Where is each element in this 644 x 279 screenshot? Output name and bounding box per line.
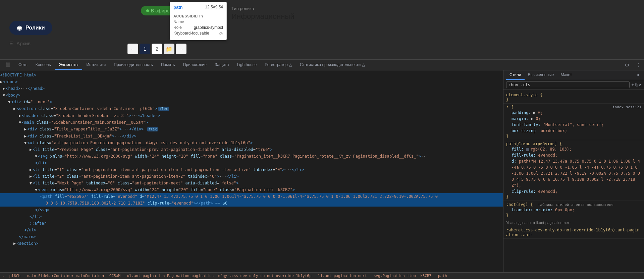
dom-line[interactable]: ▼<li title="Next Page" tabindex="0" clas… [0,180,503,186]
styles-panel: Стили Вычисленные Макет » + ⎘ ↺ element.… [503,70,644,272]
tooltip-dimensions: 12.5×9.54 [205,5,223,10]
tab-network[interactable]: Сеть [14,60,32,70]
tab-console[interactable]: Консоль [32,60,55,70]
style-rule-element: element.style { } [503,91,644,104]
dom-line[interactable]: ▶<div class="Title_wrapperTitle__mJa3Z">… [0,126,503,133]
style-prop-clip-rule: clip-rule: evenodd; [506,188,641,194]
settings-icon[interactable]: ⚙ [623,62,631,68]
style-selector: element.style { [506,93,542,97]
pagination-prev-btn[interactable]: ← [127,44,138,54]
dom-line[interactable]: ▶<html> [0,78,503,85]
dom-line[interactable]: ▶<li title="Previous Page" class="ant-pa… [0,146,503,153]
pagination-next-btn[interactable]: → [176,44,186,54]
dom-line[interactable]: ▶<header class="Sidebar_headerSidebar__z… [0,112,503,119]
style-rule-close: } [506,97,508,102]
dom-line[interactable]: ▶<section class="SidebarContainer_sideba… [0,105,503,112]
tooltip-role-value: graphics-symbol [194,25,223,30]
dom-line[interactable]: </li> [0,160,503,166]
archive-link[interactable]: ⊟ Архив [9,40,31,46]
tab-computed[interactable]: Вычисленные [525,70,557,80]
style-rule-universal: * { index.scss:21 padding: ▶ 0; margin: … [503,104,644,140]
refresh-style-icon[interactable]: ↺ [639,82,641,87]
pagination-folder-btn[interactable]: 📁 [164,44,174,54]
top-app-area: path 12.5×9.54 ACCESSIBILITY Name Role g… [0,0,644,60]
styles-filter-bar: + ⎘ ↺ [503,80,644,90]
archive-icon: ⊟ [9,40,14,46]
sidebar-btn-label: Ролики [25,25,45,31]
dom-line[interactable]: ▼<body> [0,92,503,99]
dom-line[interactable]: </main> [0,233,503,240]
tooltip-keyboard-label: Keyboard-focusable [173,31,209,36]
tab-layout[interactable]: Макет [557,70,575,80]
style-rule-path-attrs: path[Стиль атрибутов] { fill: rgb(82, 89… [503,140,644,201]
style-prop: box-sizing: border-box; [506,128,641,134]
dom-line-after[interactable]: ::after [0,220,503,227]
dom-line-selected2[interactable]: 0 0 6 10.75l9.7519.188.002l-2.718 2.718Z… [0,200,503,207]
pagination-page1-btn[interactable]: 1 [140,44,150,54]
sidebar-roliki-button[interactable]: ◉ Ролики [9,21,52,35]
pagination-page2-btn[interactable]: 2 [152,44,162,54]
tab-more[interactable]: » [634,70,641,80]
style-prop-d: d: path("M 12.47 13.47a 0.75 0.75 0 1 0 … [506,158,641,188]
type-value: Информационный [231,12,294,21]
dom-line[interactable]: ▼<svg xmlns="http://www.w3.org/2000/svg"… [0,186,503,193]
tab-application[interactable]: Приложение [179,60,211,70]
style-prop-fill-rule: fill-rule: evenodd; [506,152,641,158]
style-selector-where: :where(.css-dev-only-do-not-override-1b1… [506,228,639,237]
devtools-tab-bar: ⬛ Сеть Консоль Элементы Источники Произв… [0,60,644,70]
dom-line[interactable]: </ul> [0,227,503,233]
tab-perf-insights[interactable]: Статистика производительности △ [296,60,369,70]
dom-line[interactable]: ▶<div class="TracksList_list__8B4jm">···… [0,133,503,140]
tab-performance[interactable]: Производительность [110,60,157,70]
dom-line[interactable]: ▼<ul class="ant-pagination Pagination_pa… [0,140,503,146]
live-dot-icon [146,9,149,12]
style-rule-not-svg: :not(svg) { таблица стилей агента пользо… [503,201,644,219]
dom-line[interactable]: ▶<section> [0,240,503,247]
copy-style-icon[interactable]: ⎘ [635,82,638,87]
style-rule-close: } [506,134,508,138]
style-selector-not-svg: :not(svg) { [506,202,533,207]
style-prop-fill: fill: rgb(82, 89, 103); [506,146,641,152]
styles-filter-input[interactable] [506,81,630,88]
tab-elements[interactable]: Элементы [55,60,83,70]
type-label: Тип ролика [231,6,254,11]
dom-line[interactable]: ▶<head>···</head> [0,85,503,92]
pagination: ← 1 2 📁 → [127,44,186,54]
element-tooltip: path 12.5×9.54 ACCESSIBILITY Name Role g… [170,2,227,40]
tooltip-keyboard-value: ⊘ [219,31,223,36]
more-icon[interactable]: ⋮ [634,62,643,68]
live-badge-label: В эфире [151,8,169,13]
breadcrumb-text: .__pl6Ch main.SidebarContainer_mainConta… [3,274,447,278]
dom-line[interactable]: </svg> [0,207,503,213]
add-style-icon[interactable]: + [632,82,634,87]
archive-label: Архив [16,41,31,46]
filter-icons: + ⎘ ↺ [632,82,641,87]
dom-line[interactable]: </li> [0,213,503,220]
tooltip-name-label: Name [173,19,184,24]
dom-line[interactable]: <!DOCTYPE html> [0,72,503,78]
user-agent-comment: таблица стилей агента пользователя [538,203,613,207]
tab-lighthouse[interactable]: Lighthouse [233,60,261,70]
tab-memory[interactable]: Память [157,60,179,70]
tab-security[interactable]: Защита [211,60,233,70]
dom-line[interactable]: ▼<svg xmlns="http://www.w3.org/2000/svg"… [0,153,503,160]
tab-sources[interactable]: Источники [82,60,110,70]
dom-line-selected[interactable]: <path fill="#525967" fill-rule="evenodd"… [0,193,503,200]
devtools-tab-icons: ⚙ ⋮ [623,62,643,68]
dom-line[interactable]: ▼<main class="SidebarContainer_mainConta… [0,119,503,126]
tooltip-element-name: path [173,5,182,10]
style-selector-path: path[Стиль атрибутов] { [506,142,562,146]
style-prop-transform-origin: transform-origin: 0px 0px; [506,207,641,213]
tab-styles[interactable]: Стили [506,70,525,80]
tab-inspect-icon[interactable]: ⬛ [1,60,14,70]
tab-recorder[interactable]: Регистратор △ [261,60,296,70]
inherited-header: Унаследовано от li.ant-pagination-next [503,219,644,226]
dom-panel[interactable]: <!DOCTYPE html> ▶<html> ▶<head>···</head… [0,70,503,272]
tooltip-role-label: Role [173,25,182,30]
color-swatch [526,148,529,151]
styles-tab-bar: Стили Вычисленные Макет » [503,70,644,80]
dom-line[interactable]: ▶<li title="1" class="ant-pagination-ite… [0,166,503,173]
dom-line[interactable]: ▼<div id="__next"> [0,99,503,105]
dom-line[interactable]: ▶<li title="2" class="ant-pagination-ite… [0,173,503,180]
style-source-link[interactable]: index.scss:21 [612,105,641,109]
